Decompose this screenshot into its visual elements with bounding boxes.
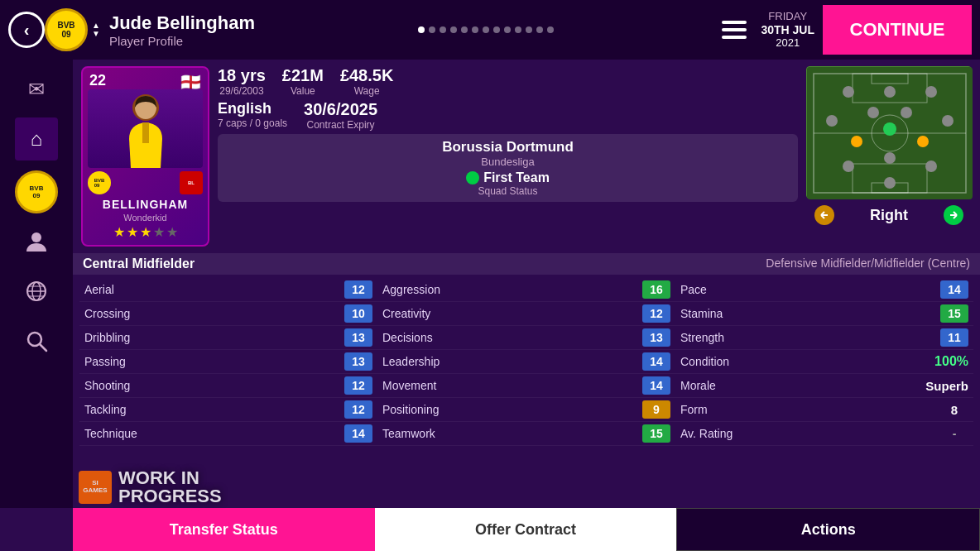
stat-name-morale: Morale bbox=[680, 379, 925, 392]
stat-name-leadership: Leadership bbox=[382, 355, 642, 368]
squad-status-dot bbox=[466, 171, 479, 184]
stat-decisions: Decisions 13 bbox=[377, 326, 675, 350]
stat-val-creativity: 12 bbox=[642, 304, 670, 323]
dot-12[interactable] bbox=[536, 26, 543, 33]
watermark-line1: WORK IN bbox=[118, 469, 222, 487]
dot-2[interactable] bbox=[429, 26, 435, 33]
dot-13[interactable] bbox=[547, 26, 554, 33]
offer-contract-button[interactable]: Offer Contract bbox=[375, 508, 677, 551]
dot-8[interactable] bbox=[493, 26, 500, 33]
watermark-line2: PROGRESS bbox=[118, 487, 222, 505]
stat-name-technique: Technique bbox=[84, 427, 344, 440]
stat-morale: Morale Superb bbox=[675, 374, 973, 398]
sidebar-item-home[interactable]: ⌂ bbox=[15, 117, 58, 161]
date-box: FRIDAY 30TH JUL 2021 bbox=[761, 10, 814, 50]
transfer-status-button[interactable]: Transfer Status bbox=[73, 508, 375, 551]
wage-label: Wage bbox=[340, 85, 394, 97]
svg-point-33 bbox=[884, 152, 896, 164]
stat-name-tackling: Tackling bbox=[84, 403, 344, 416]
player-info-area: 22 🏴󠁧󠁢󠁥󠁮󠁧󠁿 BVB09 BL BE bbox=[73, 60, 980, 253]
svg-point-27 bbox=[867, 107, 879, 118]
main-position: Central Midfielder bbox=[83, 256, 195, 271]
card-tag: Wonderkid bbox=[88, 213, 203, 223]
dot-7[interactable] bbox=[483, 26, 489, 33]
stat-aggression: Aggression 16 bbox=[377, 278, 675, 302]
stat-name-passing: Passing bbox=[84, 355, 344, 368]
contract-label: Contract Expiry bbox=[304, 119, 377, 131]
position-direction: Right bbox=[870, 207, 908, 224]
back-button[interactable]: ‹ bbox=[8, 12, 45, 48]
dot-1[interactable] bbox=[418, 26, 425, 33]
stat-tackling: Tackling 12 bbox=[79, 398, 377, 422]
svg-point-25 bbox=[925, 86, 937, 98]
stat-name-positioning: Positioning bbox=[382, 403, 642, 416]
svg-point-23 bbox=[843, 86, 854, 98]
stat-name-aggression: Aggression bbox=[382, 283, 642, 296]
svg-point-29 bbox=[942, 115, 954, 127]
stat-name-stamina: Stamina bbox=[680, 307, 940, 320]
stat-val-condition: 100% bbox=[934, 352, 968, 371]
star-2: ★ bbox=[127, 224, 138, 240]
profile-label: Player Profile bbox=[109, 34, 255, 48]
age-item: 18 yrs 29/6/2003 bbox=[218, 66, 266, 97]
date-val: 30TH JUL bbox=[761, 23, 814, 37]
club-info-box: Borussia Dortmund Bundesliga First Team … bbox=[218, 134, 798, 202]
svg-rect-2 bbox=[722, 36, 747, 39]
dot-11[interactable] bbox=[526, 26, 532, 33]
stat-val-form: 8 bbox=[940, 400, 968, 419]
actions-button[interactable]: Actions bbox=[676, 508, 980, 551]
svg-rect-0 bbox=[722, 21, 747, 24]
svg-point-28 bbox=[901, 107, 912, 118]
watermark-text: WORK IN PROGRESS bbox=[118, 469, 222, 505]
sidebar-item-person[interactable] bbox=[15, 220, 58, 263]
player-title: Jude Bellingham Player Profile bbox=[109, 12, 255, 48]
sidebar-item-mail[interactable]: ✉ bbox=[15, 68, 58, 111]
bio-row-top: 18 yrs 29/6/2003 £21M Value £48.5K Wage bbox=[218, 66, 798, 97]
secondary-position: Defensive Midfielder/Midfielder (Centre) bbox=[766, 256, 970, 271]
top-header: ‹ BVB09 ▲ ▼ Jude Bellingham Player Profi… bbox=[0, 0, 980, 60]
sidebar-club-logo[interactable]: BVB09 bbox=[15, 170, 58, 213]
watermark: SIGAMES WORK IN PROGRESS bbox=[79, 469, 222, 505]
svg-point-30 bbox=[883, 122, 896, 136]
club-name: Borussia Dortmund bbox=[228, 139, 788, 156]
stat-name-crossing: Crossing bbox=[84, 307, 344, 320]
dot-3[interactable] bbox=[440, 26, 446, 33]
watermark-logo: SIGAMES bbox=[79, 471, 112, 504]
main-content: 22 🏴󠁧󠁢󠁥󠁮󠁧󠁿 BVB09 BL BE bbox=[73, 60, 980, 508]
menu-button[interactable] bbox=[716, 12, 752, 48]
day-name: FRIDAY bbox=[761, 10, 814, 23]
stat-name-dribbling: Dribbling bbox=[84, 331, 344, 344]
stat-val-shooting: 12 bbox=[344, 376, 372, 395]
stat-name-decisions: Decisions bbox=[382, 331, 642, 344]
svg-rect-1 bbox=[722, 28, 747, 31]
stat-crossing: Crossing 10 bbox=[79, 302, 377, 326]
contract-item: 30/6/2025 Contract Expiry bbox=[304, 100, 377, 131]
stat-val-strength: 11 bbox=[940, 328, 968, 347]
stat-form: Form 8 bbox=[675, 398, 973, 422]
player-stats-info: 18 yrs 29/6/2003 £21M Value £48.5K Wage … bbox=[218, 66, 798, 247]
dot-6[interactable] bbox=[472, 26, 478, 33]
dot-5[interactable] bbox=[461, 26, 468, 33]
nav-arrows[interactable]: ▲ ▼ bbox=[92, 22, 100, 38]
svg-point-24 bbox=[884, 86, 896, 98]
stat-condition: Condition 100% bbox=[675, 350, 973, 374]
sidebar-item-search[interactable] bbox=[15, 319, 58, 362]
svg-point-35 bbox=[925, 161, 937, 172]
stat-shooting: Shooting 12 bbox=[79, 374, 377, 398]
dot-4[interactable] bbox=[450, 26, 457, 33]
continue-button[interactable]: CONTINUE bbox=[823, 5, 972, 55]
sidebar-item-globe[interactable] bbox=[15, 270, 58, 313]
year-val: 2021 bbox=[761, 36, 814, 50]
stat-passing: Passing 13 bbox=[79, 350, 377, 374]
stat-creativity: Creativity 12 bbox=[377, 302, 675, 326]
stat-val-aggression: 16 bbox=[642, 280, 670, 299]
dot-9[interactable] bbox=[504, 26, 511, 33]
svg-point-31 bbox=[851, 136, 862, 147]
stat-val-morale: Superb bbox=[925, 376, 968, 395]
star-1: ★ bbox=[113, 224, 125, 240]
dot-10[interactable] bbox=[515, 26, 521, 33]
player-card: 22 🏴󠁧󠁢󠁥󠁮󠁧󠁿 BVB09 BL BE bbox=[81, 66, 209, 247]
stat-val-leadership: 14 bbox=[642, 352, 670, 371]
stat-val-aerial: 12 bbox=[344, 280, 372, 299]
age-dob: 29/6/2003 bbox=[218, 85, 266, 97]
